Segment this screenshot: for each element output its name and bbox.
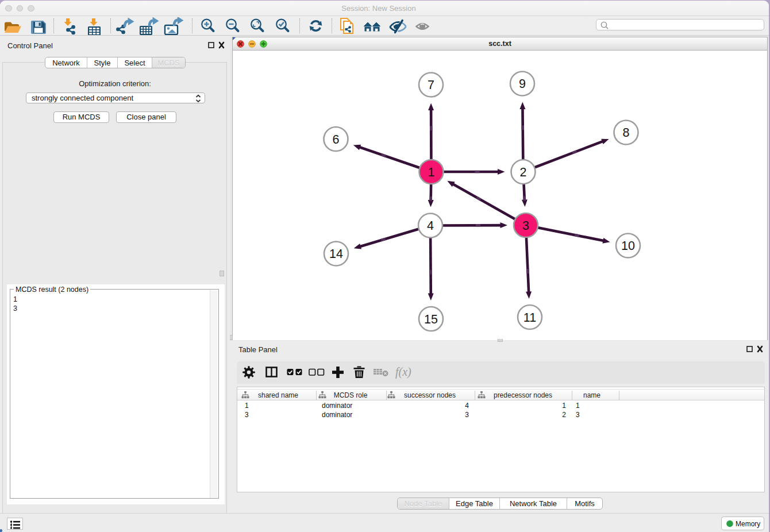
svg-text:11: 11 bbox=[523, 311, 536, 325]
svg-text:6: 6 bbox=[333, 133, 340, 147]
svg-text:8: 8 bbox=[623, 126, 630, 140]
svg-text:4: 4 bbox=[427, 219, 434, 233]
svg-text:7: 7 bbox=[428, 78, 434, 92]
svg-text:3: 3 bbox=[522, 219, 529, 233]
svg-text:14: 14 bbox=[329, 247, 343, 261]
svg-text:1: 1 bbox=[428, 165, 435, 179]
svg-text:10: 10 bbox=[621, 239, 635, 253]
svg-text:9: 9 bbox=[519, 77, 526, 91]
svg-text:15: 15 bbox=[424, 313, 438, 326]
svg-text:2: 2 bbox=[520, 165, 527, 179]
